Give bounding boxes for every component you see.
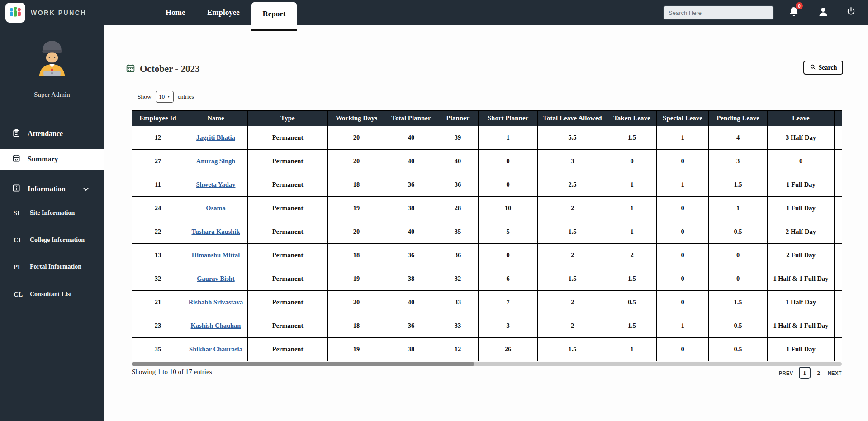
cell-total_planner: 38 <box>385 338 437 361</box>
nav-tab-report-active[interactable]: Report <box>251 2 297 31</box>
cell-leave: 1 Half & 1 Full Day <box>768 267 835 291</box>
column-header-type: Type <box>248 111 328 126</box>
employee-name-link[interactable]: Shweta Yadav <box>196 181 236 188</box>
employee-name-link[interactable]: Kashish Chauhan <box>191 322 241 329</box>
nav-item-employee[interactable]: Employee <box>207 0 240 25</box>
cell-name: Anurag Singh <box>184 150 248 173</box>
cell-special_leave: 0 <box>657 338 709 361</box>
cell-total_planner: 38 <box>385 267 437 291</box>
cell-special_leave: 0 <box>657 197 709 220</box>
cell-present <box>835 338 842 361</box>
cell-leave: 1 Half Day <box>768 291 835 314</box>
cell-leave: 1 Half & 1 Full Day <box>768 314 835 338</box>
cell-total_planner: 40 <box>385 150 437 173</box>
employee-name-link[interactable]: Jagriti Bhatia <box>196 134 235 141</box>
sidebar-item-attendance[interactable]: Attendance <box>0 123 104 144</box>
cell-working_days: 20 <box>328 220 385 244</box>
cell-name: Jagriti Bhatia <box>184 126 248 150</box>
user-role-label: Super Admin <box>0 91 104 99</box>
entries-summary: Showing 1 to 10 of 17 entries <box>132 368 212 376</box>
cell-taken_leave: 1.5 <box>607 314 657 338</box>
employee-name-link[interactable]: Osama <box>206 204 226 212</box>
cell-pending_leave: 0 <box>709 244 768 267</box>
profile-button[interactable] <box>814 0 833 25</box>
entries-control: Show 10 ▼ entries <box>138 91 194 103</box>
pagination-next[interactable]: NEXT <box>828 370 842 376</box>
entries-select[interactable]: 10 ▼ <box>156 91 174 103</box>
employee-name-link[interactable]: Shikhar Chaurasia <box>189 345 242 353</box>
sidebar-item-consultant-list[interactable]: CL Consultant List <box>0 287 104 302</box>
show-label: Show <box>138 93 152 100</box>
column-header-name: Name <box>184 111 248 126</box>
nav-item-home[interactable]: Home <box>166 0 185 25</box>
table-row: 21Rishabh SrivastavaPermanent204033720.5… <box>132 291 842 314</box>
cell-pending_leave: 0 <box>709 267 768 291</box>
cell-employee_id: 13 <box>132 244 184 267</box>
clipboard-icon <box>12 128 21 139</box>
cell-special_leave: 1 <box>657 126 709 150</box>
cell-special_leave: 1 <box>657 314 709 338</box>
entries-label: entries <box>178 93 194 100</box>
employee-name-link[interactable]: Anurag Singh <box>196 157 236 165</box>
cell-total_leave_allowed: 5.5 <box>538 126 607 150</box>
cell-leave: 1 Full Day <box>768 338 835 361</box>
cell-total_planner: 40 <box>385 291 437 314</box>
cell-name: Tushara Kaushik <box>184 220 248 244</box>
global-search-input[interactable] <box>663 5 774 20</box>
employee-name-link[interactable]: Gaurav Bisht <box>197 275 234 282</box>
subitem-label: College Information <box>30 237 85 244</box>
cell-total_planner: 36 <box>385 173 437 197</box>
column-header-total_planner: Total Planner <box>385 111 437 126</box>
pagination-prev[interactable]: PREV <box>779 370 793 376</box>
cell-type: Permanent <box>248 197 328 220</box>
employee-name-link[interactable]: Tushara Kaushik <box>191 228 240 235</box>
employee-name-link[interactable]: Rishabh Srivastava <box>189 298 243 306</box>
cell-present <box>835 126 842 150</box>
search-button[interactable]: Search <box>803 61 843 75</box>
cell-planner: 33 <box>437 291 479 314</box>
employee-name-link[interactable]: Himanshu Mittal <box>192 251 240 259</box>
cell-total_planner: 36 <box>385 314 437 338</box>
column-header-planner: Planner <box>437 111 479 126</box>
user-icon <box>818 6 829 19</box>
subitem-label: Portal Information <box>30 263 81 270</box>
cell-leave: 1 Full Day <box>768 173 835 197</box>
app-window: WORK PUNCH Home Employee Report 0 <box>0 0 868 421</box>
table-row: 24OsamaPermanent1938281021011 Full Day <box>132 197 842 220</box>
sidebar-item-label: Summary <box>28 155 58 163</box>
cell-present <box>835 244 842 267</box>
cell-name: Rishabh Srivastava <box>184 291 248 314</box>
cell-name: Himanshu Mittal <box>184 244 248 267</box>
cell-total_leave_allowed: 2.5 <box>538 173 607 197</box>
cell-employee_id: 24 <box>132 197 184 220</box>
cell-taken_leave: 1.5 <box>607 267 657 291</box>
sidebar-item-label: Attendance <box>28 130 63 138</box>
column-header-short_planner: Short Planner <box>479 111 538 126</box>
pagination-page-1[interactable]: 1 <box>799 367 811 379</box>
subitem-abbr: PI <box>14 263 30 271</box>
pagination-page-2[interactable]: 2 <box>815 368 822 378</box>
calendar-summary-icon <box>12 154 21 165</box>
cell-type: Permanent <box>248 338 328 361</box>
cell-working_days: 19 <box>328 267 385 291</box>
cell-type: Permanent <box>248 244 328 267</box>
cell-special_leave: 0 <box>657 244 709 267</box>
cell-short_planner: 0 <box>479 150 538 173</box>
cell-planner: 33 <box>437 314 479 338</box>
cell-special_leave: 1 <box>657 173 709 197</box>
cell-leave: 0 <box>768 150 835 173</box>
logout-button[interactable] <box>841 0 860 25</box>
sidebar-item-site-information[interactable]: SI Site Information <box>0 206 104 220</box>
sidebar-item-information[interactable]: Information <box>0 179 104 199</box>
table-row: 32Gaurav BishtPermanent19383261.51.5001 … <box>132 267 842 291</box>
brand[interactable]: WORK PUNCH <box>5 0 86 25</box>
sidebar-item-summary[interactable]: Summary <box>0 149 104 170</box>
horizontal-scrollbar-thumb[interactable] <box>132 362 474 366</box>
sidebar-item-portal-information[interactable]: PI Portal Information <box>0 260 104 274</box>
notifications-button[interactable]: 0 <box>784 0 803 25</box>
cell-short_planner: 1 <box>479 126 538 150</box>
sidebar-item-college-information[interactable]: CI College Information <box>0 233 104 247</box>
cell-special_leave: 0 <box>657 220 709 244</box>
chevron-down-icon <box>83 185 89 193</box>
cell-planner: 28 <box>437 197 479 220</box>
